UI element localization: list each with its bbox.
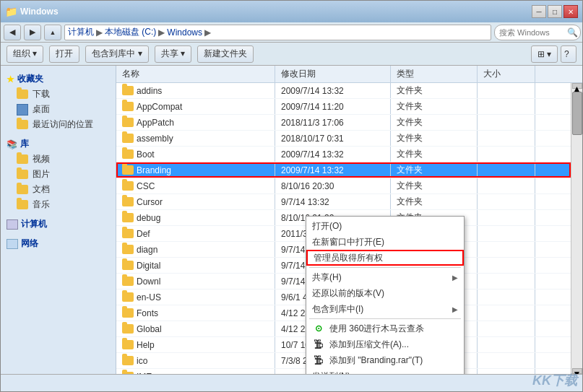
sidebar-item-doc[interactable]: 文档 bbox=[4, 182, 113, 197]
sidebar-item-downloads[interactable]: 下载 bbox=[4, 87, 113, 102]
file-name-cell: Digital bbox=[116, 258, 275, 273]
file-name: ico bbox=[137, 356, 147, 366]
ctx-share-arrow: ▶ bbox=[452, 274, 458, 282]
forward-button[interactable]: ▶ bbox=[24, 25, 41, 40]
ctx-take-ownership[interactable]: 管理员取得所有权 bbox=[306, 250, 464, 266]
file-name-cell: IME bbox=[116, 369, 275, 374]
ctx-share-label: 共享(H) bbox=[312, 271, 342, 284]
file-row[interactable]: Boot 2009/7/14 13:32 文件夹 bbox=[116, 147, 571, 162]
folder-icon bbox=[122, 229, 134, 238]
sidebar-network-header[interactable]: 网络 bbox=[4, 236, 113, 251]
window-icon: 📁 bbox=[5, 6, 17, 17]
include-label: 包含到库中 ▾ bbox=[92, 48, 142, 60]
breadcrumb-sep1: ▶ bbox=[96, 27, 103, 38]
sidebar-item-desktop[interactable]: 桌面 bbox=[4, 102, 113, 117]
sidebar-recent-label: 最近访问的位置 bbox=[33, 118, 93, 131]
file-row[interactable]: AppPatch 2018/11/3 17:06 文件夹 bbox=[116, 115, 571, 131]
file-row[interactable]: CSC 8/10/16 20:30 文件夹 bbox=[116, 178, 571, 194]
file-date-cell: 2009/7/14 11:20 bbox=[275, 99, 391, 114]
search-icon[interactable]: 🔍 bbox=[565, 25, 579, 40]
breadcrumb-drive[interactable]: 本地磁盘 (C:) bbox=[105, 26, 156, 38]
file-name-cell: Branding bbox=[116, 162, 275, 178]
file-row[interactable]: Cursor 9/7/14 13:32 文件夹 bbox=[116, 194, 571, 210]
file-size-cell bbox=[478, 258, 535, 273]
breadcrumb-bar[interactable]: 计算机 ▶ 本地磁盘 (C:) ▶ Windows ▶ bbox=[64, 25, 491, 40]
file-size-cell bbox=[478, 337, 535, 352]
ctx-compress-rar-label: 添加到 "Branding.rar"(T) bbox=[329, 354, 423, 367]
file-row[interactable]: AppCompat 2009/7/14 11:20 文件夹 bbox=[116, 99, 571, 115]
search-container: 🔍 bbox=[494, 25, 579, 40]
file-size-cell bbox=[478, 194, 535, 209]
file-name: Boot bbox=[137, 149, 155, 160]
folder-icon bbox=[122, 276, 134, 286]
window-title: Windows bbox=[20, 6, 59, 17]
file-area: 名称 修改日期 类型 大小 addins bbox=[116, 66, 582, 374]
file-row[interactable]: addins 2009/7/14 13:32 文件夹 bbox=[116, 83, 571, 99]
sidebar-favorites-header[interactable]: ★ 收藏夹 bbox=[4, 71, 113, 87]
col-header-type[interactable]: 类型 bbox=[391, 66, 478, 82]
sidebar-libraries-header[interactable]: 📚 库 bbox=[4, 136, 113, 152]
sidebar-desktop-label: 桌面 bbox=[33, 103, 50, 116]
include-button[interactable]: 包含到库中 ▾ bbox=[85, 45, 148, 63]
help-button[interactable]: ? bbox=[561, 45, 576, 63]
col-header-date[interactable]: 修改日期 bbox=[275, 66, 391, 82]
sidebar-item-music[interactable]: 音乐 bbox=[4, 197, 113, 212]
col-header-name[interactable]: 名称 bbox=[116, 66, 275, 82]
file-date-cell: 2018/11/3 17:06 bbox=[275, 115, 391, 130]
ctx-compress-rar[interactable]: 🗜 添加到 "Branding.rar"(T) bbox=[306, 352, 464, 368]
file-name-cell: Cursor bbox=[116, 194, 275, 209]
sidebar-downloads-label: 下载 bbox=[33, 88, 50, 100]
sidebar-item-recent[interactable]: 最近访问的位置 bbox=[4, 117, 113, 132]
ctx-scan-360-label: 使用 360进行木马云查杀 bbox=[329, 323, 424, 335]
file-size-cell bbox=[478, 226, 535, 241]
folder-icon bbox=[122, 261, 134, 270]
breadcrumb-computer[interactable]: 计算机 bbox=[68, 26, 94, 38]
close-button[interactable]: ✕ bbox=[563, 5, 578, 18]
ctx-sep2 bbox=[309, 318, 461, 319]
ctx-open-new[interactable]: 在新窗口中打开(E) bbox=[306, 234, 464, 250]
file-row[interactable]: assembly 2018/10/17 0:31 文件夹 bbox=[116, 131, 571, 147]
minimize-button[interactable]: ─ bbox=[532, 5, 546, 18]
organize-button[interactable]: 组织 ▾ bbox=[7, 45, 43, 63]
maximize-button[interactable]: □ bbox=[548, 5, 562, 18]
title-bar-buttons: ─ □ ✕ bbox=[532, 5, 578, 18]
ctx-compress[interactable]: 🗜 添加到压缩文件(A)... bbox=[306, 336, 464, 352]
ctx-scan-360[interactable]: ⊙ 使用 360进行木马云查杀 bbox=[306, 321, 464, 336]
breadcrumb-windows[interactable]: Windows bbox=[167, 27, 202, 38]
file-list-header: 名称 修改日期 类型 大小 bbox=[116, 66, 582, 83]
share-button[interactable]: 共享 ▾ bbox=[155, 45, 191, 63]
computer-icon bbox=[7, 219, 18, 230]
folder-icon bbox=[122, 181, 134, 191]
folder-icon bbox=[122, 165, 134, 175]
folder-icon bbox=[122, 356, 134, 365]
ctx-include-arrow: ▶ bbox=[452, 305, 458, 313]
open-button[interactable]: 打开 bbox=[49, 45, 79, 63]
ctx-restore[interactable]: 还原以前的版本(V) bbox=[306, 285, 464, 301]
file-row[interactable]: Branding 2009/7/14 13:32 文件夹 bbox=[116, 162, 571, 178]
up-button[interactable]: ▲ bbox=[44, 25, 61, 40]
sidebar-item-photo[interactable]: 图片 bbox=[4, 167, 113, 182]
folder-icon-downloads bbox=[17, 90, 28, 99]
ctx-include-library[interactable]: 包含到库中(I) ▶ bbox=[306, 301, 464, 317]
file-name: Digital bbox=[137, 261, 160, 271]
sidebar-network-section: 网络 bbox=[4, 236, 113, 251]
view-toggle-button[interactable]: ⊞ ▾ bbox=[531, 45, 558, 63]
scrollbar[interactable]: ▲ ▼ bbox=[571, 83, 582, 374]
scrollbar-thumb[interactable] bbox=[572, 92, 582, 135]
back-button[interactable]: ◀ bbox=[4, 25, 21, 40]
ctx-send-to[interactable]: 发送到(N) ▶ bbox=[306, 368, 464, 374]
file-type-cell: 文件夹 bbox=[391, 178, 478, 193]
col-header-size[interactable]: 大小 bbox=[478, 66, 535, 82]
sidebar: ★ 收藏夹 下载 桌面 最近访问的位置 📚 bbox=[1, 66, 116, 374]
ctx-send-to-label: 发送到(N) bbox=[312, 370, 350, 375]
scroll-up-arrow[interactable]: ▲ bbox=[572, 83, 582, 89]
folder-icon bbox=[122, 245, 134, 254]
file-name: AppCompat bbox=[137, 102, 182, 112]
sidebar-computer-label: 计算机 bbox=[21, 218, 47, 230]
new-folder-button[interactable]: 新建文件夹 bbox=[197, 45, 254, 63]
ctx-open[interactable]: 打开(O) bbox=[306, 218, 464, 234]
sidebar-computer-header[interactable]: 计算机 bbox=[4, 217, 113, 232]
folder-icon-video bbox=[17, 154, 28, 164]
sidebar-item-video[interactable]: 视频 bbox=[4, 152, 113, 167]
ctx-share[interactable]: 共享(H) ▶ bbox=[306, 269, 464, 285]
